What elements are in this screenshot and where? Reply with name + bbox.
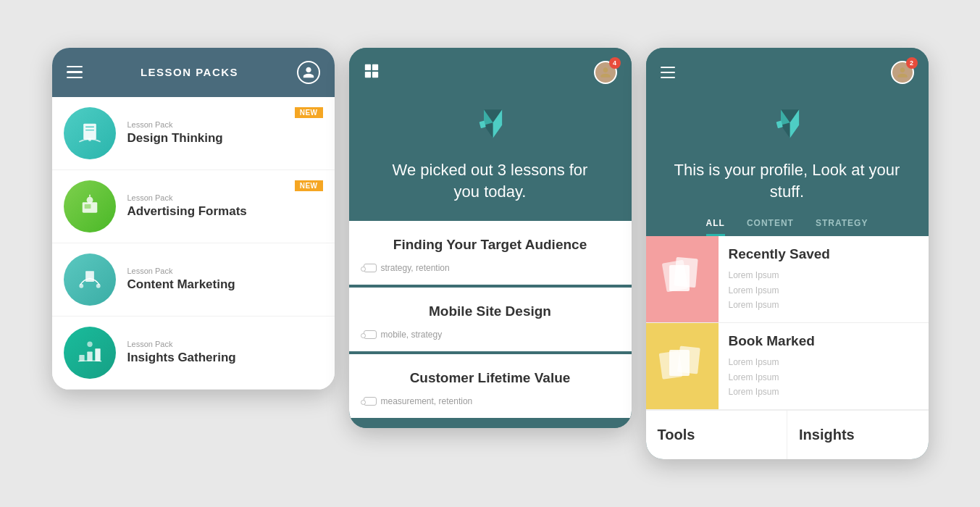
svg-rect-15 bbox=[364, 64, 370, 70]
card-title: Mobile Site Design bbox=[364, 303, 617, 319]
lesson-name: Content Marketing bbox=[127, 277, 323, 292]
lesson-card[interactable]: Customer Lifetime Value measurement, ret… bbox=[349, 354, 632, 418]
badge-count: 2 bbox=[906, 57, 918, 69]
lesson-name: Advertising Formats bbox=[127, 204, 323, 219]
list-item[interactable]: Lesson Pack Content Marketing bbox=[52, 243, 335, 317]
section-thumb-bookmarked bbox=[646, 323, 719, 409]
user-icon[interactable] bbox=[297, 61, 320, 84]
card-tags: measurement, retention bbox=[364, 396, 617, 406]
lesson-meta: Lesson Pack Content Marketing bbox=[127, 267, 323, 292]
avatar-wrapper[interactable]: 4 bbox=[594, 61, 617, 84]
tag-icon bbox=[364, 264, 377, 272]
section-info-saved: Recently Saved Lorem IpsumLorem IpsumLor… bbox=[719, 236, 929, 322]
logo-area3 bbox=[646, 97, 929, 154]
logo-area bbox=[349, 97, 632, 154]
screen2-phone: 4 We picked out 3 lessons for you today.… bbox=[349, 48, 632, 429]
screen1-phone: LESSON PACKS Lesson Pack bbox=[52, 48, 335, 390]
section-info-bookmarked: Book Marked Lorem IpsumLorem IpsumLorem … bbox=[719, 323, 929, 409]
profile-section-bookmarked: Book Marked Lorem IpsumLorem IpsumLorem … bbox=[646, 323, 929, 410]
lesson-pack-label: Lesson Pack bbox=[127, 267, 323, 275]
section-sub-saved: Lorem IpsumLorem IpsumLorem Ipsum bbox=[729, 268, 918, 312]
new-badge: NEW bbox=[295, 180, 323, 191]
profile-content: Recently Saved Lorem IpsumLorem IpsumLor… bbox=[646, 236, 929, 459]
section-thumb-saved bbox=[646, 236, 719, 322]
lesson-pack-label: Lesson Pack bbox=[127, 193, 323, 202]
svg-rect-12 bbox=[87, 351, 92, 361]
screen2-hero: We picked out 3 lessons for you today. bbox=[349, 154, 632, 222]
lesson-thumb-content bbox=[64, 254, 116, 306]
lesson-meta: Lesson Pack Insights Gathering bbox=[127, 340, 323, 365]
lesson-name: Insights Gathering bbox=[127, 351, 323, 365]
lesson-list: Lesson Pack Design Thinking NEW Lesson P… bbox=[52, 97, 335, 390]
profile-tabs: ALL CONTENT STRATEGY bbox=[646, 218, 929, 236]
svg-rect-18 bbox=[372, 71, 377, 77]
screen3-phone: 2 This is your profile, Look at your stu… bbox=[646, 48, 929, 460]
screens-container: LESSON PACKS Lesson Pack bbox=[38, 33, 943, 474]
new-badge: NEW bbox=[295, 107, 323, 118]
svg-rect-16 bbox=[372, 64, 377, 70]
section-title-bookmarked: Book Marked bbox=[729, 333, 918, 349]
tools-tile[interactable]: Tools bbox=[646, 411, 788, 459]
svg-rect-11 bbox=[79, 354, 84, 361]
list-item[interactable]: Lesson Pack Design Thinking NEW bbox=[52, 97, 335, 170]
svg-rect-17 bbox=[364, 71, 370, 77]
lesson-thumb-design bbox=[64, 107, 116, 159]
app-logo bbox=[471, 104, 510, 143]
insights-tile[interactable]: Insights bbox=[787, 411, 929, 459]
lesson-thumb-advertising bbox=[64, 180, 116, 232]
tag-text: mobile, strategy bbox=[381, 330, 443, 340]
list-item[interactable]: Lesson Pack Advertising Formats NEW bbox=[52, 170, 335, 243]
tag-icon bbox=[364, 330, 377, 339]
lesson-meta: Lesson Pack Design Thinking bbox=[127, 120, 323, 146]
section-title-saved: Recently Saved bbox=[729, 246, 918, 262]
tag-text: measurement, retention bbox=[381, 396, 473, 406]
svg-rect-0 bbox=[83, 123, 96, 139]
tab-strategy[interactable]: STRATEGY bbox=[816, 218, 868, 236]
lesson-meta: Lesson Pack Advertising Formats bbox=[127, 193, 323, 219]
menu-icon[interactable] bbox=[661, 67, 675, 78]
lesson-thumb-insights bbox=[64, 327, 116, 379]
card-title: Finding Your Target Audience bbox=[364, 237, 617, 253]
profile-section-saved: Recently Saved Lorem IpsumLorem IpsumLor… bbox=[646, 236, 929, 323]
app-logo3 bbox=[768, 104, 807, 143]
bottom-tiles: Tools Insights bbox=[646, 410, 929, 459]
tab-content[interactable]: CONTENT bbox=[747, 218, 794, 236]
avatar-wrapper[interactable]: 2 bbox=[891, 61, 914, 84]
saved-illustration bbox=[646, 236, 719, 322]
bookmarked-illustration bbox=[646, 323, 719, 409]
section-sub-bookmarked: Lorem IpsumLorem IpsumLorem Ipsum bbox=[729, 355, 918, 399]
card-title: Customer Lifetime Value bbox=[364, 370, 617, 386]
svg-point-9 bbox=[79, 283, 83, 288]
lesson-pack-label: Lesson Pack bbox=[127, 120, 323, 129]
lesson-pack-label: Lesson Pack bbox=[127, 340, 323, 348]
svg-point-10 bbox=[96, 283, 100, 288]
card-tags: strategy, retention bbox=[364, 263, 617, 273]
card-tags: mobile, strategy bbox=[364, 330, 617, 340]
hamburger-icon[interactable] bbox=[67, 66, 83, 79]
screen2-header: 4 bbox=[349, 48, 632, 97]
svg-rect-5 bbox=[84, 204, 91, 209]
lessons-cards: Finding Your Target Audience strategy, r… bbox=[349, 221, 632, 428]
grid-icon[interactable] bbox=[364, 63, 380, 82]
tag-text: strategy, retention bbox=[381, 263, 450, 273]
lesson-card[interactable]: Finding Your Target Audience strategy, r… bbox=[349, 221, 632, 285]
screen3-header: 2 bbox=[646, 48, 929, 97]
svg-rect-32 bbox=[669, 350, 690, 376]
lesson-card[interactable]: Mobile Site Design mobile, strategy bbox=[349, 288, 632, 351]
svg-point-6 bbox=[86, 196, 93, 203]
svg-rect-8 bbox=[85, 271, 94, 282]
screen3-hero: This is your profile, Look at your stuff… bbox=[646, 154, 929, 219]
tag-icon bbox=[364, 397, 377, 406]
screen1-title: LESSON PACKS bbox=[141, 66, 238, 78]
svg-point-14 bbox=[87, 341, 92, 346]
tab-all[interactable]: ALL bbox=[706, 218, 725, 236]
badge-count: 4 bbox=[609, 57, 621, 69]
svg-rect-13 bbox=[95, 348, 100, 361]
screen1-header: LESSON PACKS bbox=[52, 48, 335, 97]
svg-rect-29 bbox=[669, 265, 690, 291]
lesson-name: Design Thinking bbox=[127, 131, 323, 146]
list-item[interactable]: Lesson Pack Insights Gathering bbox=[52, 317, 335, 390]
